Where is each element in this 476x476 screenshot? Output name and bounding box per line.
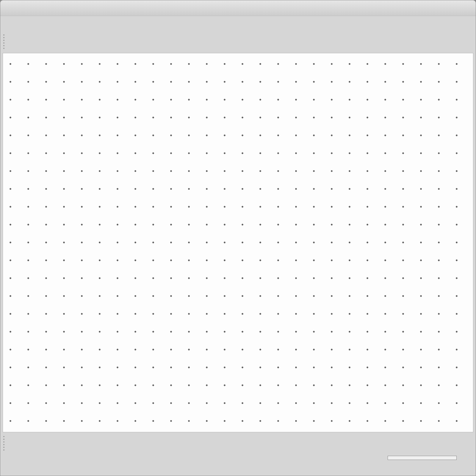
titlebar[interactable] <box>0 0 476 16</box>
toolbar-grip[interactable] <box>3 34 5 49</box>
draw-toolbar-grip[interactable] <box>3 435 5 451</box>
layer-status <box>388 456 457 460</box>
board-canvas[interactable] <box>3 53 473 432</box>
main-toolbar <box>0 30 476 53</box>
menubar <box>0 16 476 30</box>
statusbar <box>0 454 476 476</box>
vero-board[interactable] <box>57 108 146 153</box>
window-controls <box>448 0 469 16</box>
draw-toolbar <box>0 432 476 454</box>
app-window <box>0 0 476 476</box>
